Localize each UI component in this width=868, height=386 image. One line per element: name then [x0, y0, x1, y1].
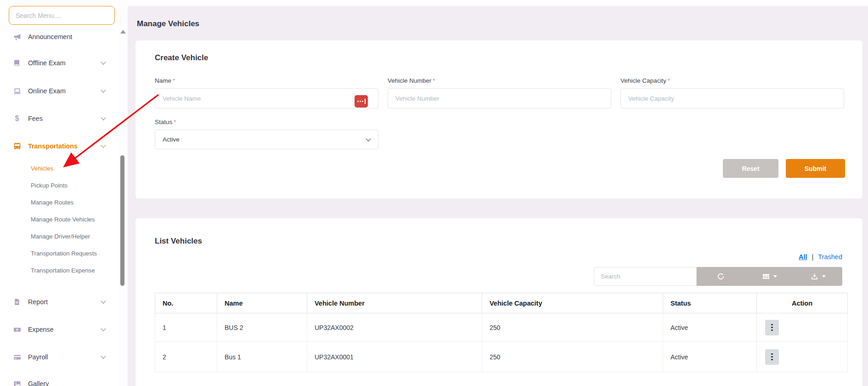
sidebar-subitem-pickup-points[interactable]: Pickup Points: [31, 179, 68, 191]
scrollbar-up-arrow-icon[interactable]: [120, 30, 126, 34]
sidebar-subitem-transportation-expense[interactable]: Transportation Expense: [31, 264, 95, 276]
label-text: Name: [155, 77, 171, 84]
gallery-image-icon: [12, 380, 22, 386]
list-filters: All | Trashed: [799, 253, 842, 261]
col-header-no[interactable]: No.: [155, 293, 217, 313]
dollar-icon: $: [12, 114, 22, 123]
submit-button[interactable]: Submit: [786, 159, 845, 178]
name-label: Name*: [155, 77, 175, 84]
chevron-down-icon: [366, 136, 371, 141]
cell-vehicle-capacity: 250: [482, 342, 663, 372]
create-vehicle-heading: Create Vehicle: [155, 53, 208, 62]
sidebar-item-label: Announcement: [28, 33, 72, 40]
sidebar-subitem-vehicles[interactable]: Vehicles: [31, 162, 53, 174]
col-header-action: Action: [757, 293, 848, 313]
cell-action: [757, 342, 848, 372]
cell-no: 2: [155, 342, 217, 372]
cell-vehicle-number: UP32AX0002: [307, 313, 482, 342]
label-text: Vehicle Capacity: [620, 77, 666, 84]
cell-status: Active: [663, 342, 757, 372]
status-select[interactable]: Active: [155, 130, 378, 149]
sidebar-item-transportations[interactable]: Transportations: [0, 139, 118, 153]
filter-trashed-link[interactable]: Trashed: [818, 253, 842, 261]
refresh-button[interactable]: [697, 267, 745, 286]
vehicle-number-input[interactable]: [388, 88, 611, 108]
list-vehicles-card: List Vehicles All | Trashed: [135, 218, 862, 386]
table-row: 1 BUS 2 UP32AX0002 250 Active: [155, 313, 848, 342]
megaphone-icon: [12, 33, 22, 41]
label-text: Status: [155, 119, 172, 125]
sidebar-item-gallery[interactable]: Gallery: [0, 377, 118, 386]
col-header-vehicle-capacity[interactable]: Vehicle Capacity: [482, 293, 663, 313]
subitem-label: Transportation Requests: [31, 250, 97, 257]
sidebar-scrollbar-thumb[interactable]: [120, 155, 124, 286]
table-row: 2 Bus 1 UP32AX0001 250 Active: [155, 342, 848, 372]
sidebar-item-label: Expense: [28, 326, 54, 333]
chevron-down-icon: [101, 326, 106, 331]
sidebar-subitem-manage-route-vehicles[interactable]: Manage Route Vehicles: [31, 213, 95, 225]
password-manager-autofill-icon[interactable]: [355, 95, 368, 108]
required-mark: *: [174, 119, 176, 125]
chevron-down-icon: [101, 142, 106, 148]
subitem-label: Transportation Expense: [31, 267, 95, 274]
download-icon: [811, 272, 818, 280]
subitem-label: Manage Routes: [31, 199, 73, 206]
required-mark: *: [433, 77, 435, 84]
sidebar-item-announcement[interactable]: Announcement: [0, 30, 118, 44]
filter-separator: |: [812, 253, 814, 261]
sidebar-scrollbar-track[interactable]: [118, 0, 128, 386]
vehicle-name-input[interactable]: [155, 88, 378, 108]
list-vehicles-heading: List Vehicles: [155, 237, 202, 246]
sidebar-item-report[interactable]: Report: [0, 295, 118, 309]
sidebar-item-offline-exam[interactable]: Offline Exam: [0, 56, 118, 70]
chevron-down-icon: [101, 59, 106, 64]
create-vehicle-card: Create Vehicle Name* Vehicle Number* Veh…: [135, 40, 862, 199]
sidebar-subitem-transportation-requests[interactable]: Transportation Requests: [31, 247, 97, 259]
sidebar-item-expense[interactable]: Expense: [0, 323, 118, 336]
toolbar-button-group: [697, 267, 842, 286]
columns-button[interactable]: [745, 267, 794, 286]
reset-button[interactable]: Reset: [723, 159, 778, 178]
sidebar-item-label: Offline Exam: [28, 59, 66, 67]
caret-down-icon: [773, 275, 777, 278]
bus-icon: [12, 142, 22, 150]
filter-all-link[interactable]: All: [799, 253, 807, 261]
table-header-row: No. Name Vehicle Number Vehicle Capacity…: [155, 293, 848, 313]
table-toolbar: [594, 267, 842, 286]
subitem-label: Manage Driver/Helper: [31, 233, 90, 240]
columns-table-icon: [762, 273, 770, 280]
row-actions-kebab-button[interactable]: [765, 320, 779, 335]
sidebar-subitem-manage-routes[interactable]: Manage Routes: [31, 196, 73, 208]
sidebar-item-label: Online Exam: [28, 87, 66, 95]
sidebar-item-fees[interactable]: $ Fees: [0, 112, 118, 125]
sidebar-item-label: Transportations: [28, 142, 78, 150]
book-icon: [12, 59, 22, 67]
subitem-label: Pickup Points: [31, 182, 68, 189]
vehicles-table: No. Name Vehicle Number Vehicle Capacity…: [155, 293, 848, 372]
col-header-name[interactable]: Name: [217, 293, 307, 313]
cell-status: Active: [663, 313, 757, 342]
sidebar-item-payroll[interactable]: Payroll: [0, 350, 118, 364]
laptop-icon: [12, 87, 22, 95]
status-selected-value: Active: [163, 136, 180, 143]
cell-vehicle-number: UP32AX0001: [307, 342, 482, 372]
banknote-icon: [12, 326, 22, 334]
credit-card-icon: [12, 353, 22, 361]
sidebar-item-online-exam[interactable]: Online Exam: [0, 84, 118, 98]
label-text: Vehicle Number: [388, 77, 431, 84]
menu-search-input[interactable]: [9, 6, 115, 25]
table-search-input[interactable]: [594, 267, 697, 286]
row-actions-kebab-button[interactable]: [765, 349, 779, 365]
col-header-vehicle-number[interactable]: Vehicle Number: [307, 293, 482, 313]
vehicle-capacity-input[interactable]: [620, 88, 844, 108]
sidebar-subitem-manage-driver-helper[interactable]: Manage Driver/Helper: [31, 230, 90, 242]
refresh-icon: [717, 272, 725, 280]
chevron-down-icon: [101, 87, 106, 92]
cell-action: [757, 313, 848, 342]
export-button[interactable]: [794, 267, 842, 286]
caret-down-icon: [822, 275, 826, 278]
col-header-status[interactable]: Status: [663, 293, 757, 313]
vehicle-capacity-label: Vehicle Capacity*: [620, 77, 670, 84]
chevron-down-icon: [101, 353, 106, 358]
vehicle-number-label: Vehicle Number*: [388, 77, 435, 84]
